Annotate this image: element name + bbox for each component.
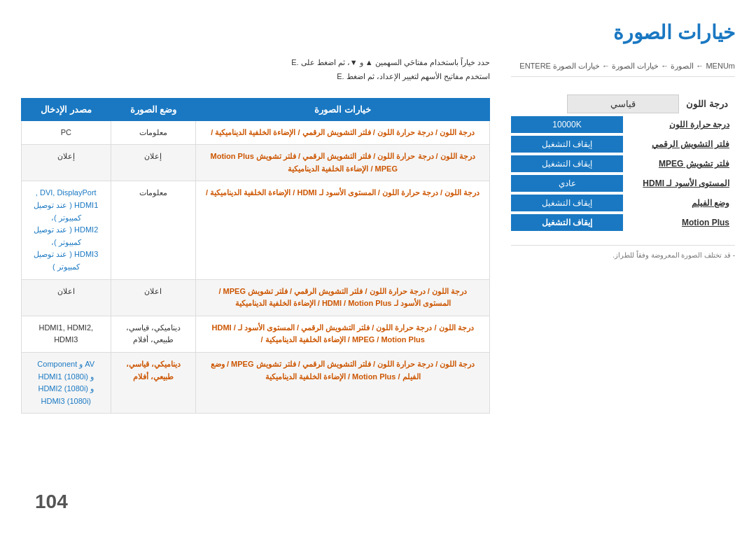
table-cell: PC <box>22 120 111 145</box>
table-cell: درجة اللون / درجة حرارة اللون / فلتر الت… <box>196 120 490 145</box>
table-row: درجة اللون / درجة حرارة اللون / فلتر الت… <box>22 316 490 352</box>
table-row: درجة اللون / درجة حرارة اللون / فلتر الت… <box>22 145 490 181</box>
table-cell: اعلان <box>22 279 111 316</box>
setting-value-3[interactable]: إيقاف التشغيل <box>511 155 623 172</box>
table-row: درجة اللون / درجة حرارة اللون / فلتر الت… <box>22 120 490 145</box>
table-cell: ديناميكي، قياسي، طبيعي، أفلام <box>111 316 196 352</box>
table-cell: درجة اللون / درجة حرارة اللون / فلتر الت… <box>196 352 490 413</box>
setting-row-2: فلتر التشويش الرقمي إيقاف التشغيل <box>511 136 735 153</box>
table-cell: إعلان <box>111 145 196 181</box>
table-cell: معلومات <box>111 120 196 145</box>
setting-row-6: Motion Plus إيقاف التشغيل <box>511 214 735 231</box>
nav-text: MENUm ← الصورة ← خيارات الصورة ← خيارات … <box>519 62 735 70</box>
setting-label-2: فلتر التشويش الرقمي <box>623 139 735 149</box>
table-cell: معلومات <box>111 181 196 279</box>
col-header-2: وضع الصورة <box>111 98 196 120</box>
table-cell: درجة اللون / درجة حرارة اللون / المستوى … <box>196 181 490 279</box>
col-header-1: خيارات الصورة <box>196 98 490 120</box>
table-cell: درجة اللون / درجة حرارة اللون / فلتر الت… <box>196 279 490 316</box>
table-cell: AV و Component و HDMI1 (1080i) و HDMI2 (… <box>22 352 111 413</box>
main-content: حدد خياراً باستخدام مفتاحَي السهمين ▲ و … <box>21 56 490 414</box>
main-table: خيارات الصورة وضع الصورة مصدر الإدخال در… <box>21 98 490 414</box>
setting-label-6: Motion Plus <box>623 218 735 227</box>
table-row: درجة اللون / درجة حرارة اللون / فلتر الت… <box>22 279 490 316</box>
table-cell: اعلان <box>111 279 196 316</box>
table-row: درجة اللون / درجة حرارة اللون / المستوى … <box>22 181 490 279</box>
table-cell: DVI, DisplayPort , HDMI1 ( عند توصيل كمب… <box>22 181 111 279</box>
settings-panel: درجة اللون قياسي درجة حرارة اللون 10000K… <box>511 94 735 231</box>
qiyasi-row: درجة اللون قياسي <box>511 94 735 113</box>
table-cell: درجة اللون / درجة حرارة اللون / فلتر الت… <box>196 316 490 352</box>
setting-row-1: درجة حرارة اللون 10000K <box>511 116 735 133</box>
setting-value-4[interactable]: عادي <box>511 175 623 192</box>
setting-row-3: فلتر تشويش MPEG إيقاف التشغيل <box>511 155 735 172</box>
setting-label-3: فلتر تشويش MPEG <box>623 159 735 169</box>
color-temp-header-label: درجة اللون <box>679 95 735 113</box>
qiyasi-value: قياسي <box>567 94 679 113</box>
setting-value-1[interactable]: 10000K <box>511 116 623 133</box>
table-cell: ديناميكي، قياسي، طبيعي، أفلام <box>111 352 196 413</box>
instructions: حدد خياراً باستخدام مفتاحَي السهمين ▲ و … <box>21 56 490 84</box>
page-number: 104 <box>35 491 68 513</box>
right-panel: خيارات الصورة MENUm ← الصورة ← خيارات ال… <box>511 21 735 259</box>
setting-label-1: درجة حرارة اللون <box>623 120 735 129</box>
setting-value-5[interactable]: إيقاف التشغيل <box>511 195 623 211</box>
setting-label-4: المستوى الأسود لـ HDMI <box>623 178 735 188</box>
table-cell: إعلان <box>22 145 111 181</box>
setting-value-2[interactable]: إيقاف التشغيل <box>511 136 623 153</box>
nav-breadcrumb: MENUm ← الصورة ← خيارات الصورة ← خيارات … <box>511 62 735 77</box>
table-cell: درجة اللون / درجة حرارة اللون / فلتر الت… <box>196 145 490 181</box>
page-title: خيارات الصورة <box>511 21 735 44</box>
col-header-3: مصدر الإدخال <box>22 98 111 120</box>
footer-note: - قد تختلف الصورة المعروضة وفقاً للطراز. <box>511 245 735 259</box>
setting-row-5: وضع الفيلم إيقاف التشغيل <box>511 195 735 211</box>
instruction-line-2: استخدم مفاتيح الأسهم لتغيير الإعداد، ثم … <box>21 70 490 84</box>
table-row: درجة اللون / درجة حرارة اللون / فلتر الت… <box>22 352 490 413</box>
setting-value-6[interactable]: إيقاف التشغيل <box>511 214 623 231</box>
instruction-line-1: حدد خياراً باستخدام مفتاحَي السهمين ▲ و … <box>21 56 490 70</box>
setting-row-4: المستوى الأسود لـ HDMI عادي <box>511 175 735 192</box>
setting-label-5: وضع الفيلم <box>623 198 735 208</box>
table-cell: HDMI1, HDMI2, HDMI3 <box>22 316 111 352</box>
